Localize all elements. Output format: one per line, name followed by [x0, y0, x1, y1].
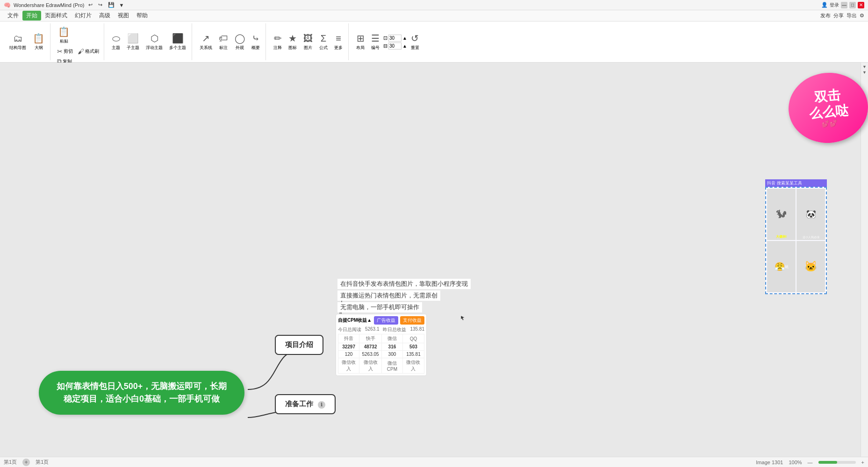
zoom-fill	[818, 461, 837, 464]
stats-btn-pay[interactable]: 支付收益	[400, 316, 424, 325]
num2-input[interactable]	[388, 42, 402, 50]
export-btn[interactable]: 导出	[846, 12, 857, 19]
menu-start[interactable]: 开始	[22, 11, 41, 21]
cursor-svg	[460, 315, 466, 320]
menu-view[interactable]: 视图	[114, 11, 133, 21]
zoom-bar[interactable]	[818, 461, 856, 464]
image-btn[interactable]: 🖼 图片	[301, 31, 316, 53]
reset-btn[interactable]: ↺ 重置	[408, 31, 422, 53]
val3: 316	[381, 343, 402, 351]
numbering-icon: ☰	[371, 33, 380, 44]
menu-bar: 文件 开始 页面样式 幻灯片 高级 视图 帮助 发布 分享 导出 ⚙	[0, 10, 868, 21]
meme-cell-1: 🐿 大傻杯!	[767, 189, 796, 240]
meme-cell-3: 😤 呲	[767, 241, 796, 292]
row2-c1: 120	[338, 351, 359, 358]
stats-data-row1: 32297 48732 316 503	[338, 343, 424, 351]
sticker-text: 双击么么哒	[807, 87, 849, 121]
root-text: 如何靠表情包日入500+，无脑搬运即可，长期 稳定项目，适合小白0基础，一部手机…	[57, 382, 227, 403]
canvas-area[interactable]: 如何靠表情包日入500+，无脑搬运即可，长期 稳定项目，适合小白0基础，一部手机…	[0, 63, 868, 457]
close-btn[interactable]: ✕	[858, 2, 864, 8]
format-label: 格式刷	[85, 48, 99, 55]
multi-btn[interactable]: ⬛ 多个主题	[166, 31, 189, 53]
stats-card: 自提CPM收益▲ 广告收益 支付收益 今日总阅读 5263.1 昨日总收益 13…	[336, 314, 427, 376]
outline-btn[interactable]: 🗂 结构导图	[7, 31, 29, 53]
menu-slides[interactable]: 幻灯片	[71, 11, 95, 21]
subtheme-btn[interactable]: ⬜ 子主题	[124, 31, 142, 53]
app-icon: 🧠	[4, 2, 11, 8]
more-btn[interactable]: ≡ 更多	[331, 31, 345, 53]
sidebar-r-item-1[interactable]: ▼	[862, 64, 867, 69]
app-title: Wondershare EdrawMind (Pro)	[14, 2, 84, 8]
formula-label: 公式	[319, 45, 328, 51]
relation-icon: ↗	[202, 33, 210, 44]
note-btn[interactable]: 🏷 标注	[216, 31, 231, 53]
node-btn[interactable]: 📋 大纲	[30, 31, 47, 53]
menu-page-style[interactable]: 页面样式	[41, 11, 71, 21]
num2-up[interactable]: ▲	[402, 43, 407, 49]
meme-cell-2: 🐼 这小人我必须	[796, 189, 825, 240]
menu-file[interactable]: 文件	[4, 11, 22, 21]
branch-node-intro[interactable]: 项目介绍	[275, 335, 323, 355]
num1-up[interactable]: ▲	[402, 35, 407, 41]
stats-header-row: 抖音 快手 微信 QQ	[338, 334, 424, 343]
footer-c2: 微信收入	[359, 358, 382, 374]
menu-help[interactable]: 帮助	[133, 11, 151, 21]
float-btn[interactable]: ⬡ 浮动主题	[143, 31, 165, 53]
stats-today-row: 今日总阅读 5263.1 昨日总收益 135.81	[338, 326, 424, 333]
format-btn[interactable]: 🖌 格式刷	[76, 47, 101, 56]
footer-c3: 微信CPM	[381, 358, 402, 374]
num1-icon: ⊡	[383, 35, 387, 41]
layout-btn[interactable]: ⊞ 布局	[353, 31, 367, 53]
minimize-btn[interactable]: —	[841, 2, 847, 8]
share-btn[interactable]: 发布	[820, 12, 831, 19]
zoom-out-btn[interactable]: —	[808, 460, 813, 465]
paste-btn[interactable]: 📋 粘贴	[55, 24, 72, 46]
image-panel[interactable]: 🐿 大傻杯! 🐼 这小人我必须 😤 呲 🐱	[765, 187, 827, 294]
stats-footer-row: 微信收入 微信收入 微信CPM 微信收入	[338, 358, 424, 374]
info-text-2: 直接搬运热门表情包图片，无需原创	[337, 290, 440, 301]
relation-btn[interactable]: ↗ 关系线	[197, 31, 215, 53]
numbering-btn[interactable]: ☰ 编号	[368, 31, 382, 53]
style-btn[interactable]: ◯ 外观	[232, 31, 248, 53]
maximize-btn[interactable]: □	[849, 2, 856, 8]
cut-btn[interactable]: ✂ 剪切	[55, 47, 75, 56]
stats-table: 抖音 快手 微信 QQ 32297 48732 316 503 120 5263…	[338, 334, 424, 374]
icon-icon: ★	[288, 33, 297, 44]
num2-icon: ⊟	[383, 43, 387, 49]
num1-input[interactable]	[388, 35, 402, 42]
footer-c4: 微信收入	[402, 358, 424, 374]
settings-icon[interactable]: ⚙	[860, 13, 864, 19]
val2: 48732	[359, 343, 382, 351]
redo-btn[interactable]: ↪	[97, 2, 104, 8]
info1-text: 在抖音快手发布表情包图片，靠取图小程序变现	[340, 280, 468, 287]
root-node[interactable]: 如何靠表情包日入500+，无脑搬运即可，长期 稳定项目，适合小白0基础，一部手机…	[39, 371, 244, 415]
collab-btn[interactable]: 分享	[833, 12, 844, 19]
user-label: 登录	[830, 2, 839, 8]
branch-node-prep[interactable]: 准备工作 ℹ	[275, 394, 336, 414]
summary-icon: ⤷	[252, 33, 260, 44]
undo-btn[interactable]: ↩	[87, 2, 94, 8]
theme-btn[interactable]: ⬭ 主题	[109, 31, 123, 53]
comment-icon: ✏	[274, 33, 282, 44]
save-btn[interactable]: 💾	[107, 2, 116, 8]
comment-btn[interactable]: ✏ 注释	[271, 31, 285, 53]
menu-advanced[interactable]: 高级	[95, 11, 114, 21]
outline-label: 结构导图	[9, 45, 26, 51]
multi-label: 多个主题	[169, 45, 186, 51]
summary-btn[interactable]: ⤷ 概要	[249, 31, 263, 53]
icon-btn[interactable]: ★ 图标	[286, 31, 300, 53]
style-icon: ◯	[235, 33, 245, 44]
formula-btn[interactable]: Σ 公式	[316, 31, 330, 53]
quick-access-more[interactable]: ▼	[119, 2, 124, 8]
more-icon: ≡	[336, 33, 341, 44]
reset-icon: ↺	[411, 33, 419, 44]
title-bar-left: 🧠 Wondershare EdrawMind (Pro) ↩ ↪ 💾 ▼	[4, 2, 821, 8]
zoom-in-btn[interactable]: +	[861, 460, 864, 465]
tooltip-icon: ℹ	[318, 401, 325, 409]
note-icon: 🏷	[219, 33, 228, 44]
stats-btn-ad[interactable]: 广告收益	[374, 316, 398, 325]
stats-data-row2: 120 5263.05 300 135.81	[338, 351, 424, 358]
user-icon: 👤	[821, 2, 828, 8]
meme-cell-4: 🐱	[796, 241, 825, 292]
add-page-btn[interactable]: +	[22, 459, 30, 466]
